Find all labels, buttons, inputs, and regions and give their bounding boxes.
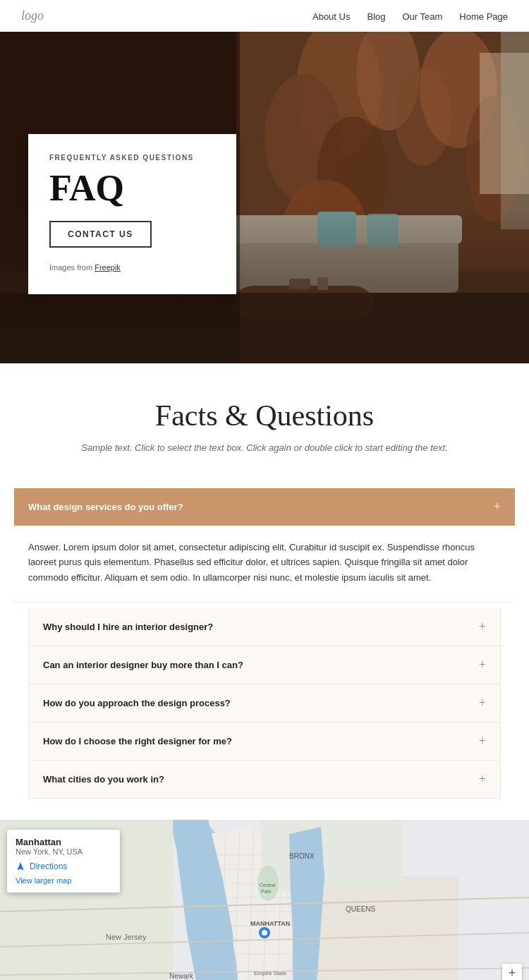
faq-icon-3: + bbox=[479, 696, 486, 710]
svg-rect-15 bbox=[367, 214, 399, 248]
map-popup: Manhattan New York, NY, USA Directions V… bbox=[7, 830, 120, 893]
svg-text:MANHATTAN: MANHATTAN bbox=[250, 920, 290, 927]
hero-title: FAQ bbox=[49, 170, 215, 207]
map-location-subtitle: New York, NY, USA bbox=[16, 847, 111, 856]
svg-rect-40 bbox=[261, 820, 402, 890]
hero-section: FREQUENTLY ASKED QUESTIONS FAQ CONTACT U… bbox=[0, 32, 529, 363]
faq-item-5[interactable]: What cities do you work in? + bbox=[29, 761, 500, 798]
freepik-link[interactable]: Freepik bbox=[95, 263, 121, 272]
map-location-title: Manhattan bbox=[16, 837, 111, 847]
faq-container: What design services do you offer? + Ans… bbox=[0, 488, 529, 799]
navbar: logo About Us Blog Our Team Home Page bbox=[0, 0, 529, 32]
nav-team[interactable]: Our Team bbox=[403, 11, 443, 22]
map-directions[interactable]: Directions bbox=[16, 861, 111, 871]
zoom-in-button[interactable]: + bbox=[502, 964, 522, 980]
svg-rect-39 bbox=[317, 876, 458, 980]
svg-text:New Jersey: New Jersey bbox=[106, 933, 147, 941]
svg-rect-16 bbox=[233, 286, 374, 321]
hero-subtitle: FREQUENTLY ASKED QUESTIONS bbox=[49, 154, 215, 162]
faq-active-answer: Answer. Lorem ipsum dolor sit amet, cons… bbox=[14, 526, 515, 603]
svg-rect-21 bbox=[501, 32, 529, 229]
faq-question-2: Can an interior designer buy more than I… bbox=[43, 660, 243, 670]
faq-icon-4: + bbox=[479, 734, 486, 749]
image-credit: Images from Freepik bbox=[49, 263, 121, 272]
map-zoom-controls: + − bbox=[502, 964, 522, 980]
faq-icon-2: + bbox=[479, 658, 486, 672]
svg-rect-17 bbox=[261, 320, 272, 334]
faq-item-4[interactable]: How do I choose the right designer for m… bbox=[29, 722, 500, 761]
svg-point-9 bbox=[282, 180, 367, 279]
svg-rect-14 bbox=[317, 212, 356, 247]
svg-text:Central: Central bbox=[260, 883, 276, 888]
contact-us-button[interactable]: CONTACT US bbox=[49, 221, 152, 248]
svg-text:Park: Park bbox=[261, 889, 272, 894]
faq-question-1: Why should I hire an interior designer? bbox=[43, 622, 213, 632]
faq-active-icon: + bbox=[494, 500, 501, 514]
nav-blog[interactable]: Blog bbox=[367, 11, 385, 22]
svg-text:Empire State: Empire State bbox=[254, 970, 287, 976]
svg-rect-18 bbox=[353, 320, 363, 334]
svg-text:BRONX: BRONX bbox=[289, 852, 315, 860]
faq-active-question: What design services do you offer? bbox=[28, 502, 183, 512]
faq-subtitle: Sample text. Click to select the text bo… bbox=[21, 442, 508, 453]
svg-text:QUEENS: QUEENS bbox=[346, 905, 376, 913]
nav-links: About Us Blog Our Team Home Page bbox=[312, 10, 508, 23]
svg-rect-20 bbox=[317, 277, 328, 290]
faq-question-5: What cities do you work in? bbox=[43, 774, 164, 785]
svg-rect-12 bbox=[212, 229, 458, 293]
map-larger-link[interactable]: View larger map bbox=[16, 876, 71, 885]
faq-item-2[interactable]: Can an interior designer buy more than I… bbox=[29, 646, 500, 684]
svg-text:Newark: Newark bbox=[169, 972, 194, 980]
faq-title: Facts & Questions bbox=[21, 399, 508, 432]
svg-point-6 bbox=[317, 116, 388, 229]
nav-about[interactable]: About Us bbox=[312, 11, 350, 22]
directions-icon bbox=[16, 861, 25, 871]
faq-icon-1: + bbox=[479, 619, 486, 634]
faq-item-1[interactable]: Why should I hire an interior designer? … bbox=[29, 608, 500, 646]
svg-rect-23 bbox=[0, 293, 529, 363]
faq-active-item[interactable]: What design services do you offer? + bbox=[14, 488, 515, 526]
hero-card: FREQUENTLY ASKED QUESTIONS FAQ CONTACT U… bbox=[28, 134, 236, 294]
faq-question-3: How do you approach the design process? bbox=[43, 698, 231, 708]
svg-rect-13 bbox=[201, 215, 462, 243]
map-section: New Jersey MANHATTAN Empire State QUEENS… bbox=[0, 820, 529, 980]
faq-icon-5: + bbox=[479, 772, 486, 787]
nav-homepage[interactable]: Home Page bbox=[459, 11, 508, 22]
faq-list: Why should I hire an interior designer? … bbox=[28, 608, 501, 799]
svg-point-54 bbox=[262, 930, 267, 936]
faq-section: Facts & Questions Sample text. Click to … bbox=[0, 363, 529, 488]
faq-question-4: How do I choose the right designer for m… bbox=[43, 736, 232, 746]
logo: logo bbox=[21, 8, 44, 23]
faq-item-3[interactable]: How do you approach the design process? … bbox=[29, 684, 500, 722]
svg-rect-19 bbox=[289, 279, 310, 289]
